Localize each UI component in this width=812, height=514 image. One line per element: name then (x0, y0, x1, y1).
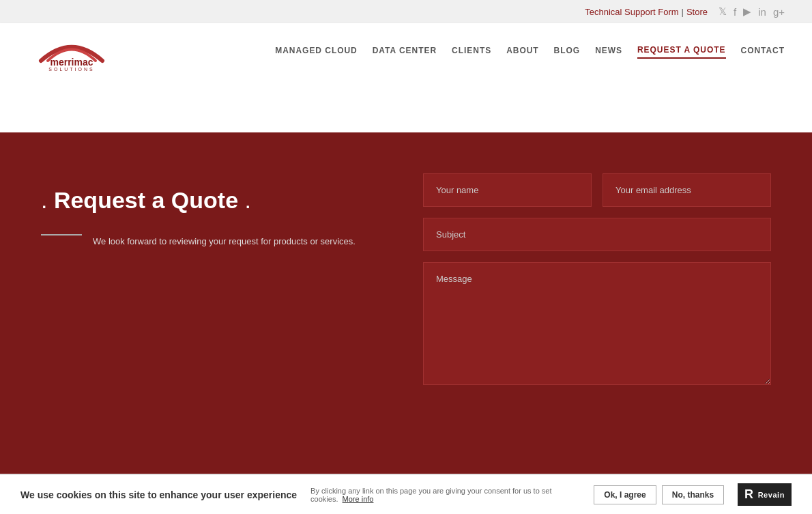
divider-line (41, 234, 82, 235)
logo-area: merrimac SOLUTIONS (27, 30, 116, 71)
form-row-subject (423, 218, 771, 251)
subject-input[interactable] (423, 218, 771, 251)
googleplus-icon[interactable]: g+ (773, 6, 785, 18)
header: merrimac SOLUTIONS MANAGED CLOUD DATA CE… (0, 23, 812, 78)
svg-text:merrimac: merrimac (50, 57, 93, 68)
title-dot-1: . (41, 187, 47, 213)
left-col: . Request a Quote . We look forward to r… (41, 173, 382, 249)
nav-item-request-a-quote[interactable]: REQUEST A QUOTE (637, 42, 726, 59)
twitter-icon[interactable]: 𝕏 (719, 5, 727, 18)
section-description: We look forward to reviewing your reques… (93, 234, 356, 249)
main-nav: MANAGED CLOUD DATA CENTER CLIENTS ABOUT … (275, 42, 785, 59)
svg-text:SOLUTIONS: SOLUTIONS (48, 67, 94, 71)
form-row-message (423, 262, 771, 385)
email-input[interactable] (603, 173, 771, 207)
top-bar-links: Technical Support Form | Store (585, 7, 708, 17)
nav-item-managed-cloud[interactable]: MANAGED CLOUD (275, 43, 357, 58)
section-title: . Request a Quote . (41, 187, 382, 214)
nav-item-contact[interactable]: CONTACT (741, 43, 785, 58)
linkedin-icon[interactable]: in (758, 6, 766, 18)
message-textarea[interactable] (423, 262, 771, 385)
quote-form (423, 173, 771, 396)
nav-item-data-center[interactable]: DATA CENTER (373, 43, 437, 58)
top-bar: Technical Support Form | Store 𝕏 f ▶ in … (0, 0, 812, 23)
nav-item-blog[interactable]: BLOG (554, 43, 581, 58)
title-dot-2: . (245, 187, 251, 213)
hero-spacer (0, 78, 812, 132)
logo-svg: merrimac SOLUTIONS (27, 30, 116, 71)
technical-support-link[interactable]: Technical Support Form (585, 7, 678, 17)
name-input[interactable] (423, 173, 592, 207)
separator: | (682, 7, 684, 17)
form-row-name-email (423, 173, 771, 207)
youtube-icon[interactable]: ▶ (743, 5, 751, 18)
facebook-icon[interactable]: f (734, 6, 736, 18)
main-section: . Request a Quote . We look forward to r… (0, 132, 812, 474)
title-text: Request a Quote (54, 187, 238, 213)
nav-item-news[interactable]: NEWS (595, 43, 622, 58)
store-link[interactable]: Store (686, 7, 708, 17)
social-icons: 𝕏 f ▶ in g+ (719, 5, 785, 18)
nav-item-clients[interactable]: CLIENTS (452, 43, 491, 58)
nav-item-about[interactable]: ABOUT (506, 43, 538, 58)
